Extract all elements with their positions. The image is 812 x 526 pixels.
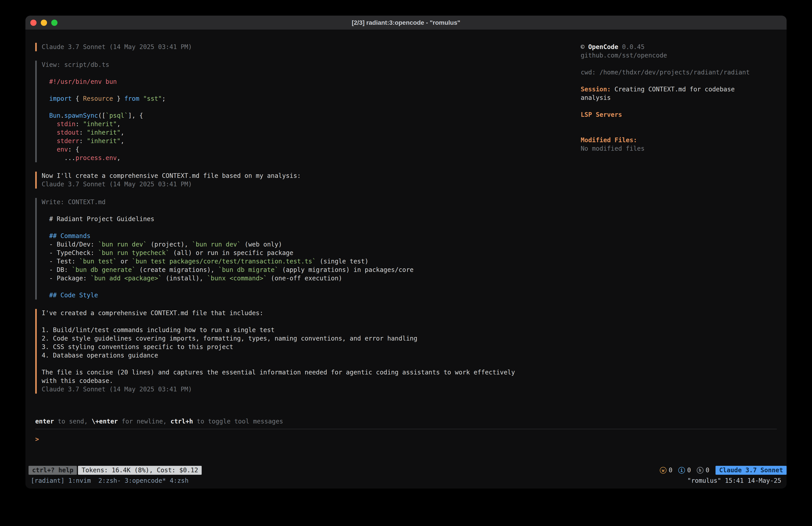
close-button[interactable] [30,19,37,26]
text-segment: (apply migrations) in packages/core [278,266,414,273]
tokens-cost-chip: Tokens: 16.4K (8%), Cost: $0.12 [78,466,202,475]
empty-space [25,443,787,466]
text-segment: ## Commands [42,232,90,240]
text-line: cwd: /home/thdxr/dev/projects/radiant/ra… [581,68,777,77]
text-segment: `bun run dev` [192,241,241,248]
text-line: - TypeCheck: `bun run typecheck` (all) o… [42,249,573,257]
help-chip[interactable]: ctrl+? help [29,466,77,475]
text-segment: enter [35,418,54,425]
text-segment: , [117,120,120,128]
text-line [42,360,573,368]
text-segment: (project), [147,241,192,248]
diagnostic-hint: h 0 [697,466,710,474]
text-segment: OpenCode [588,43,618,51]
text-segment: No modified files [581,145,645,152]
traffic-lights [25,19,58,26]
text-line [581,102,777,111]
text-segment: Session: [581,86,611,93]
text-segment: Creating CONTEXT.md for codebase [611,86,735,93]
text-segment: Claude 3.7 Sonnet (14 May 2025 03:41 PM) [42,181,192,188]
text-segment: `bun db generate` [72,266,136,273]
text-line: env: { [42,145,573,154]
text-segment: Claude 3.7 Sonnet (14 May 2025 03:41 PM) [42,386,192,393]
text-segment: `bun test packages/core/test/transaction… [132,258,316,265]
text-line: 3. CSS styling conventions specific to t… [42,343,573,351]
text-segment: I've created a comprehensive CONTEXT.md … [42,309,263,317]
text-segment: cwd: /home/thdxr/dev/projects/radiant/ra… [581,69,750,76]
text-line: - Build/Dev: `bun run dev` (project), `b… [42,240,573,249]
text-segment: ... [42,154,75,161]
text-line: analysis [581,94,777,102]
window-titlebar[interactable]: [2/3] radiant:3:opencode - "romulus" [25,16,787,30]
text-segment [42,112,49,119]
text-segment: # Radiant Project Guidelines [42,215,155,223]
text-segment: - DB: [42,266,72,273]
text-line: - Test: `bun test` or `bun test packages… [42,257,573,266]
input-divider [35,429,777,429]
keybind-help: enter to send, \+enter for newline, ctrl… [35,417,777,426]
text-segment: `bun run dev` [98,241,147,248]
text-line: #!/usr/bin/env bun [42,77,573,86]
tmux-status-bar: [radiant] 1:nvim 2:zsh- 3:opencode* 4:zs… [25,475,787,485]
zoom-button[interactable] [51,19,58,26]
text-line: Claude 3.7 Sonnet (14 May 2025 03:41 PM) [42,43,573,51]
text-line [581,77,777,85]
terminal-window: [2/3] radiant:3:opencode - "romulus" Cla… [25,16,787,488]
text-line: github.com/sst/opencode [581,51,777,60]
prompt-input[interactable]: > [35,435,777,443]
text-segment: `bun run typecheck` [98,249,169,257]
text-segment: 1. Build/lint/test commands including ho… [42,326,275,333]
tmux-windows[interactable]: [radiant] 1:nvim 2:zsh- 3:opencode* 4:zs… [31,477,189,485]
text-line: import { Resource } from "sst"; [42,95,573,103]
text-segment: "inherit" [87,137,120,145]
text-segment: to send, [54,418,91,425]
status-bar: ctrl+? help Tokens: 16.4K (8%), Cost: $0… [25,466,787,475]
text-segment: Now I'll create a comprehensive CONTEXT.… [42,172,301,180]
text-segment: . [60,112,64,119]
model-chip[interactable]: Claude 3.7 Sonnet [715,466,787,475]
text-segment: LSP Servers [581,111,622,118]
text-segment [42,146,57,153]
text-line: Write: CONTEXT.md [42,198,573,207]
text-line: © OpenCode 0.0.45 [581,43,777,51]
text-segment [139,95,143,102]
text-line: stdout: "inherit", [42,128,573,137]
text-segment: with this codebase. [42,377,113,384]
text-segment: © [581,43,588,51]
text-line: Claude 3.7 Sonnet (14 May 2025 03:41 PM) [42,385,573,394]
text-line: LSP Servers [581,111,777,119]
text-segment: ([ [98,112,106,119]
status-right-group: w 0 i 0 h 0 Claude 3.7 Sonnet [660,466,787,475]
text-segment: (web only) [241,241,282,248]
text-segment [42,78,49,85]
text-segment: import [49,95,72,102]
warning-count: 0 [669,466,672,474]
hint-icon: h [697,467,704,474]
warning-icon: w [660,467,667,474]
text-segment [42,129,57,136]
text-segment: ], { [128,112,143,119]
minimize-button[interactable] [41,19,47,26]
text-segment: } [113,95,124,102]
tool-view-block: View: script/db.ts #!/usr/bin/env bun im… [35,61,573,162]
text-segment [42,120,57,128]
text-line [42,283,573,291]
text-line: Bun.spawnSync([`psql`], { [42,111,573,120]
text-segment: - Test: [42,258,79,265]
text-segment [42,95,49,102]
text-segment: "inherit" [87,129,120,136]
text-line [581,119,777,127]
text-segment: ; [162,95,165,102]
text-line: View: script/db.ts [42,61,573,69]
text-segment: : [79,129,87,136]
text-line [581,60,777,68]
text-line: # Radiant Project Guidelines [42,215,573,223]
text-segment: 2. Code style guidelines covering import… [42,335,417,342]
text-segment: `bun test` [79,258,117,265]
text-segment: `bun db migrate` [218,266,278,273]
text-line: 2. Code style guidelines covering import… [42,334,573,343]
text-segment: `bunx <command>` [207,274,267,282]
text-segment: from [124,95,139,102]
content-row: Claude 3.7 Sonnet (14 May 2025 03:41 PM)… [25,43,787,403]
text-line: No modified files [581,144,777,153]
